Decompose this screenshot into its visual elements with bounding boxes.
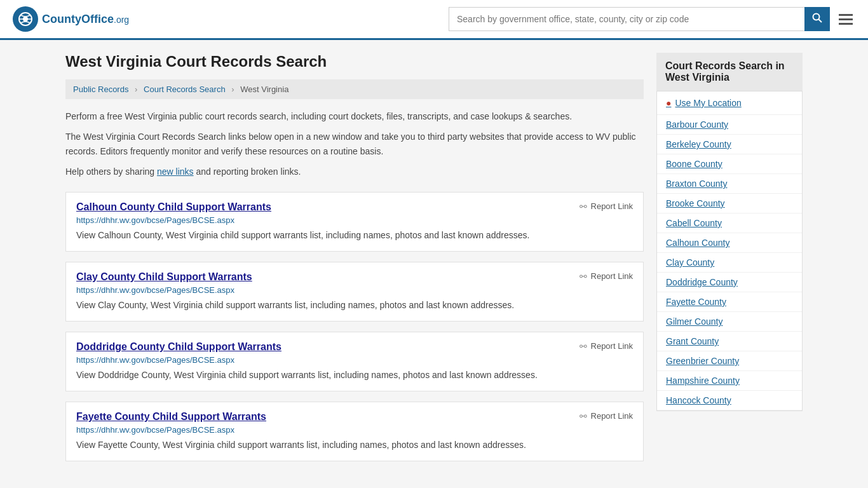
report-link-button[interactable]: ⚯ Report Link [580, 271, 633, 281]
result-title[interactable]: Calhoun County Child Support Warrants [76, 201, 271, 213]
new-links-link[interactable]: new links [157, 166, 194, 177]
intro-primary: Perform a free West Virginia public cour… [65, 109, 644, 123]
search-button[interactable] [804, 7, 830, 31]
sidebar-item-county-12[interactable]: Greenbrier County [657, 351, 802, 371]
sidebar-item-county-14[interactable]: Hancock County [657, 391, 802, 410]
sidebar-item-county-10[interactable]: Gilmer County [657, 312, 802, 332]
result-item: Clay County Child Support Warrants ⚯ Rep… [65, 262, 644, 322]
report-link-label: Report Link [591, 271, 633, 281]
share-suffix: and reporting broken links. [194, 166, 301, 177]
result-header: Doddridge County Child Support Warrants … [76, 341, 633, 353]
sidebar-item-county-7[interactable]: Clay County [657, 253, 802, 273]
sidebar-item-county-5[interactable]: Cabell County [657, 214, 802, 233]
intro-secondary: The West Virginia Court Records Search l… [65, 130, 644, 158]
result-title[interactable]: Doddridge County Child Support Warrants [76, 341, 281, 353]
breadcrumb: Public Records › Court Records Search › … [65, 79, 644, 99]
result-title[interactable]: Fayette County Child Support Warrants [76, 411, 266, 423]
sidebar-item-county-3[interactable]: Braxton County [657, 174, 802, 194]
result-url[interactable]: https://dhhr.wv.gov/bcse/Pages/BCSE.aspx [76, 355, 633, 365]
logo[interactable]: CountyOffice.org [13, 6, 129, 32]
svg-point-3 [813, 14, 820, 20]
sidebar-item-county-2[interactable]: Boone County [657, 154, 802, 174]
report-link-button[interactable]: ⚯ Report Link [580, 201, 633, 212]
header: CountyOffice.org [0, 0, 868, 40]
result-header: Calhoun County Child Support Warrants ⚯ … [76, 201, 633, 213]
report-icon: ⚯ [580, 411, 587, 421]
report-link-label: Report Link [591, 341, 633, 351]
result-url[interactable]: https://dhhr.wv.gov/bcse/Pages/BCSE.aspx [76, 425, 633, 435]
sidebar-box: ● Use My Location Barbour CountyBerkeley… [656, 91, 803, 411]
sidebar-item-county-9[interactable]: Fayette County [657, 292, 802, 312]
sidebar-item-county-0[interactable]: Barbour County [657, 115, 802, 135]
county-list: Barbour CountyBerkeley CountyBoone Count… [657, 115, 802, 410]
breadcrumb-sep-1: › [135, 85, 137, 94]
share-text: Help others by sharing new links and rep… [65, 165, 644, 179]
location-icon: ● [666, 98, 671, 108]
main-container: West Virginia Court Records Search Publi… [53, 40, 815, 484]
search-area [449, 7, 855, 31]
breadcrumb-public-records[interactable]: Public Records [73, 85, 128, 94]
report-link-label: Report Link [591, 201, 633, 211]
menu-button[interactable] [836, 11, 855, 27]
result-item: Calhoun County Child Support Warrants ⚯ … [65, 192, 644, 252]
logo-icon [13, 6, 38, 32]
sidebar: Court Records Search in West Virginia ● … [656, 53, 803, 471]
result-url[interactable]: https://dhhr.wv.gov/bcse/Pages/BCSE.aspx [76, 285, 633, 295]
report-icon: ⚯ [580, 341, 587, 351]
report-link-button[interactable]: ⚯ Report Link [580, 341, 633, 351]
result-item: Fayette County Child Support Warrants ⚯ … [65, 402, 644, 461]
sidebar-item-county-13[interactable]: Hampshire County [657, 371, 802, 391]
sidebar-item-county-1[interactable]: Berkeley County [657, 135, 802, 154]
sidebar-item-county-11[interactable]: Grant County [657, 332, 802, 351]
report-icon: ⚯ [580, 271, 587, 281]
result-url[interactable]: https://dhhr.wv.gov/bcse/Pages/BCSE.aspx [76, 215, 633, 225]
result-desc: View Clay County, West Virginia child su… [76, 299, 633, 312]
breadcrumb-current: West Virginia [240, 85, 288, 94]
sidebar-item-county-6[interactable]: Calhoun County [657, 233, 802, 253]
logo-text: CountyOffice.org [42, 13, 129, 26]
report-link-button[interactable]: ⚯ Report Link [580, 411, 633, 421]
report-link-label: Report Link [591, 411, 633, 421]
result-desc: View Fayette County, West Virginia child… [76, 438, 633, 452]
result-header: Fayette County Child Support Warrants ⚯ … [76, 411, 633, 423]
breadcrumb-sep-2: › [231, 85, 234, 94]
result-desc: View Calhoun County, West Virginia child… [76, 229, 633, 242]
svg-line-4 [819, 20, 822, 23]
page-title: West Virginia Court Records Search [65, 53, 644, 71]
result-title[interactable]: Clay County Child Support Warrants [76, 271, 252, 283]
use-location-button[interactable]: ● Use My Location [657, 92, 802, 115]
use-location-label: Use My Location [675, 98, 741, 108]
report-icon: ⚯ [580, 201, 587, 212]
share-prefix: Help others by sharing [65, 166, 157, 177]
result-item: Doddridge County Child Support Warrants … [65, 332, 644, 391]
sidebar-item-county-8[interactable]: Doddridge County [657, 273, 802, 292]
results-list: Calhoun County Child Support Warrants ⚯ … [65, 192, 644, 461]
sidebar-item-county-4[interactable]: Brooke County [657, 194, 802, 214]
result-header: Clay County Child Support Warrants ⚯ Rep… [76, 271, 633, 283]
breadcrumb-court-records[interactable]: Court Records Search [144, 85, 226, 94]
content-area: West Virginia Court Records Search Publi… [65, 53, 644, 471]
sidebar-title: Court Records Search in West Virginia [656, 53, 803, 91]
result-desc: View Doddridge County, West Virginia chi… [76, 369, 633, 382]
search-input[interactable] [449, 7, 804, 31]
